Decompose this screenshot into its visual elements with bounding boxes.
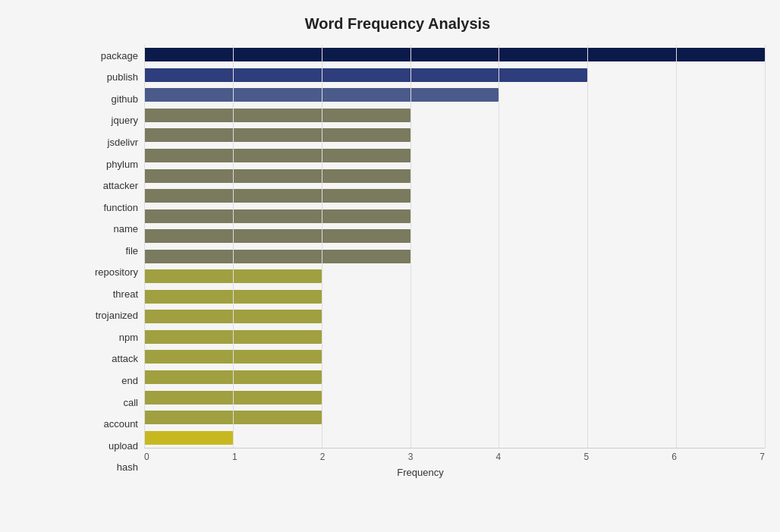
- bar-row: [144, 87, 765, 103]
- bar-row: [144, 208, 765, 225]
- bar: [144, 350, 322, 364]
- y-label: publish: [107, 72, 138, 82]
- bar-row: [144, 409, 765, 426]
- bar: [144, 431, 233, 445]
- y-label: attack: [112, 354, 138, 364]
- y-label: file: [125, 246, 138, 256]
- grid-line: [676, 45, 677, 448]
- y-label: npm: [119, 332, 138, 342]
- y-label: upload: [109, 441, 138, 451]
- x-axis: 01234567: [144, 449, 765, 462]
- bar-row: [144, 430, 765, 446]
- bar: [144, 109, 410, 122]
- x-tick: 2: [320, 452, 326, 462]
- y-label: github: [112, 94, 138, 104]
- chart-title: Word Frequency Analysis: [30, 15, 765, 33]
- bar-row: [144, 369, 765, 386]
- grid-line: [233, 45, 234, 448]
- y-label: account: [103, 419, 138, 429]
- bar: [144, 68, 587, 82]
- bar: [144, 269, 322, 283]
- bars-and-axes: 01234567 Frequency: [144, 45, 765, 478]
- y-label: call: [123, 398, 138, 408]
- x-tick: 0: [144, 452, 149, 462]
- grid-line: [587, 45, 588, 448]
- y-label: end: [121, 376, 138, 386]
- y-label: attacker: [103, 181, 138, 190]
- bar-row: [144, 389, 765, 406]
- bar: [144, 229, 410, 243]
- grid-lines: [144, 45, 765, 448]
- y-label: phylum: [106, 159, 138, 169]
- bar: [144, 330, 322, 344]
- grid-line: [322, 45, 322, 448]
- y-labels: packagepublishgithubjqueryjsdelivrphylum…: [76, 45, 144, 478]
- bar: [144, 250, 410, 263]
- bar: [144, 310, 322, 323]
- bar-row: [144, 308, 765, 325]
- y-label: repository: [95, 267, 138, 277]
- x-tick: 7: [760, 452, 765, 462]
- x-axis-label: Frequency: [76, 467, 765, 478]
- bar-row: [144, 228, 765, 244]
- y-label: name: [113, 224, 138, 234]
- chart-area: packagepublishgithubjqueryjsdelivrphylum…: [76, 45, 765, 478]
- bar: [144, 128, 410, 142]
- grid-line: [765, 45, 766, 448]
- bar: [144, 48, 765, 61]
- bar: [144, 290, 322, 304]
- y-label: package: [101, 51, 138, 61]
- bar: [144, 370, 322, 384]
- grid-line: [410, 45, 411, 448]
- bar-row: [144, 348, 765, 365]
- bar: [144, 209, 410, 223]
- x-tick: 1: [232, 452, 237, 462]
- y-label: trojanized: [96, 310, 138, 320]
- x-tick: 4: [496, 452, 502, 462]
- x-tick: 5: [583, 452, 589, 462]
- bar-row: [144, 127, 765, 143]
- bar: [144, 391, 322, 405]
- x-tick: 6: [671, 452, 677, 462]
- bar: [144, 169, 410, 183]
- bar-row: [144, 46, 765, 63]
- chart-container: Word Frequency Analysis packagepublishgi…: [0, 0, 780, 532]
- y-label: function: [103, 203, 138, 212]
- bars-area: [144, 45, 765, 448]
- bar-row: [144, 147, 765, 164]
- grid-line: [499, 45, 499, 448]
- grid-line: [144, 45, 145, 448]
- bar: [144, 189, 410, 203]
- bar-row: [144, 187, 765, 204]
- bar-row: [144, 107, 765, 124]
- bar-row: [144, 168, 765, 184]
- x-tick: 3: [408, 452, 414, 462]
- bar-row: [144, 268, 765, 285]
- y-label: threat: [113, 289, 138, 299]
- bar-row: [144, 329, 765, 345]
- bar-row: [144, 288, 765, 305]
- bar-row: [144, 248, 765, 265]
- y-label: jsdelivr: [108, 137, 138, 147]
- bar: [144, 149, 410, 162]
- bar: [144, 411, 322, 424]
- y-label: jquery: [112, 115, 138, 125]
- bar-row: [144, 67, 765, 83]
- bar: [144, 88, 499, 102]
